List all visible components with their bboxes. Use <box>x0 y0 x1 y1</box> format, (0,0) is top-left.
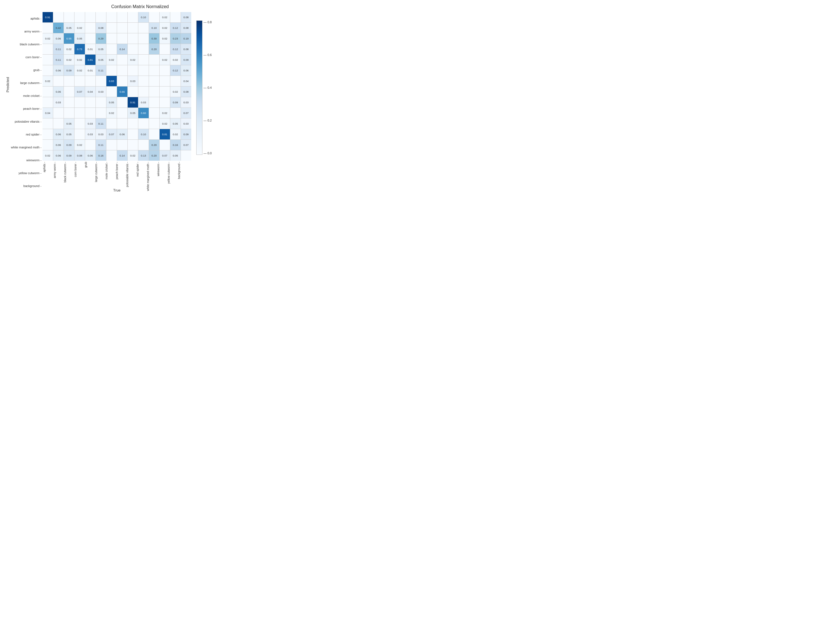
matrix-cell: 0.11 <box>53 55 63 65</box>
matrix-cell <box>159 44 170 54</box>
matrix-cell: 0.29 <box>96 33 106 44</box>
col-label: background - <box>177 162 181 179</box>
matrix-cell: 0.16 <box>170 140 181 150</box>
matrix-cell: 0.05 <box>170 150 181 161</box>
col-label-wrapper: grub <box>84 162 94 187</box>
matrix-cell <box>117 140 127 150</box>
row-label: red spider - <box>11 129 41 140</box>
matrix-cell: 0.02 <box>74 23 85 33</box>
row-label: army worm - <box>11 26 41 37</box>
matrix-cell: 0.01 <box>85 44 95 54</box>
col-label-wrapper: background - <box>177 162 188 187</box>
x-axis-label: True <box>43 188 191 193</box>
matrix-cell: 0.05 <box>96 55 106 65</box>
col-label: mole cricket - <box>105 162 108 179</box>
matrix-cell: 0.09 <box>64 140 74 150</box>
matrix-cell <box>138 55 149 65</box>
row-label: wireworm - <box>11 155 41 166</box>
colorbar: — 0.8— 0.6— 0.4— 0.2— 0.0 <box>196 12 212 155</box>
matrix-cell: 0.06 <box>53 140 63 150</box>
matrix-cell <box>128 44 138 54</box>
matrix-cell <box>170 12 181 22</box>
matrix-cell: 0.05 <box>64 118 74 129</box>
row-labels: aphids -army worm -black cutworm -corn b… <box>11 12 41 193</box>
matrix-cell <box>117 55 127 65</box>
row-labels-and-grid: aphids -army worm -black cutworm -corn b… <box>11 12 191 193</box>
matrix-cell: 0.05 <box>64 23 74 33</box>
matrix-cell: 0.02 <box>159 55 170 65</box>
matrix-cell: 0.11 <box>53 44 63 54</box>
row-label: potosiabre vitarsis - <box>11 117 41 127</box>
colorbar-tick: — 0.4 <box>204 86 212 89</box>
matrix-cell: 0.04 <box>181 76 191 86</box>
matrix-cell: 0.07 <box>159 150 170 161</box>
matrix-cell <box>117 97 127 107</box>
col-label-wrapper: yellow cutworm - <box>167 162 177 187</box>
matrix-cell <box>117 76 127 86</box>
matrix-cell <box>149 12 159 22</box>
matrix-cell: 0.91 <box>43 12 53 22</box>
matrix-area: aphids -army worm -black cutworm -corn b… <box>11 12 191 193</box>
matrix-cell <box>53 108 63 118</box>
col-label: potosiable vitarsis - <box>125 162 129 187</box>
matrix-cell <box>64 12 74 22</box>
col-label: army worm - <box>53 162 56 178</box>
matrix-cell: 0.03 <box>96 87 106 97</box>
matrix-cell: 0.05 <box>64 129 74 139</box>
matrix-cell <box>128 140 138 150</box>
matrix-cell: 0.81 <box>85 55 95 65</box>
matrix-cell: 0.20 <box>149 140 159 150</box>
matrix-cell <box>106 118 117 129</box>
matrix-cell <box>85 23 95 33</box>
matrix-cell <box>138 76 149 86</box>
matrix-cell <box>74 129 85 139</box>
matrix-cell: 0.02 <box>159 108 170 118</box>
matrix-cell: 0.10 <box>138 129 149 139</box>
matrix-cell: 0.12 <box>170 23 181 33</box>
matrix-cell <box>74 76 85 86</box>
matrix-cell <box>74 108 85 118</box>
matrix-cell <box>43 55 53 65</box>
col-label-wrapper: black cutworm - <box>63 162 74 187</box>
matrix-cell <box>106 12 117 22</box>
matrix-cell <box>53 76 63 86</box>
matrix-cell: 0.09 <box>64 65 74 76</box>
confusion-matrix-grid: 0.910.100.020.080.420.050.020.080.100.02… <box>43 12 191 161</box>
matrix-cell: 0.73 <box>74 44 85 54</box>
matrix-cell: 0.05 <box>128 108 138 118</box>
matrix-cell: 0.08 <box>74 150 85 161</box>
matrix-cell <box>138 87 149 97</box>
matrix-cell <box>85 140 95 150</box>
matrix-cell: 0.20 <box>149 150 159 161</box>
matrix-cell: 0.06 <box>53 87 63 97</box>
matrix-cell <box>149 76 159 86</box>
matrix-cell <box>43 129 53 139</box>
matrix-cell <box>64 76 74 86</box>
matrix-cell: 0.81 <box>159 129 170 139</box>
matrix-cell: 0.08 <box>181 87 191 97</box>
matrix-cell <box>106 65 117 76</box>
chart-title: Confusion Matrix Normalized <box>6 4 275 9</box>
matrix-cell: 0.19 <box>181 33 191 44</box>
matrix-cell: 0.03 <box>85 129 95 139</box>
matrix-cell: 0.06 <box>117 129 127 139</box>
col-label-wrapper: large cutworm - <box>94 162 105 187</box>
col-label: corn borer - <box>74 162 77 177</box>
matrix-cell: 0.02 <box>74 55 85 65</box>
matrix-cell <box>128 23 138 33</box>
y-axis-label: Predicted <box>6 12 10 158</box>
matrix-cell: 0.11 <box>96 65 106 76</box>
matrix-cell: 0.05 <box>74 33 85 44</box>
matrix-cell: 0.07 <box>106 129 117 139</box>
matrix-cell <box>106 33 117 44</box>
matrix-cell: 0.09 <box>181 129 191 139</box>
matrix-cell: 0.03 <box>85 118 95 129</box>
matrix-cell <box>128 33 138 44</box>
colorbar-gradient <box>196 21 202 155</box>
matrix-cell <box>170 76 181 86</box>
matrix-cell <box>138 140 149 150</box>
matrix-cell <box>159 97 170 107</box>
row-label: peach borer - <box>11 104 41 114</box>
col-label: black cutworm - <box>63 162 66 183</box>
col-label: wireworm - <box>156 162 160 176</box>
